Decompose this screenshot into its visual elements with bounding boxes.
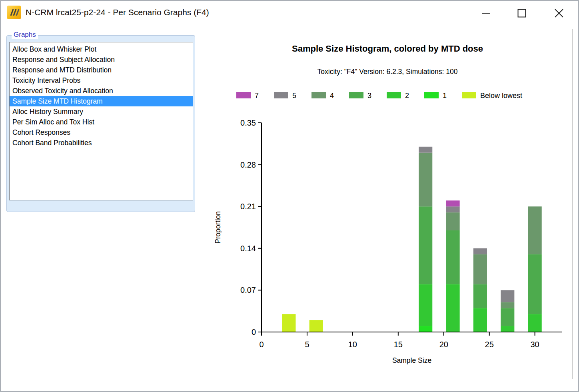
list-item[interactable]: Cohort Band Probabilities — [10, 138, 193, 148]
y-tick-label: 0.14 — [240, 244, 256, 253]
x-tick-label: 20 — [439, 340, 448, 349]
list-item[interactable]: Observed Toxicity and Allocation — [10, 86, 193, 96]
list-item[interactable]: Cohort Responses — [10, 127, 193, 138]
bar-segment-mtd-2 — [501, 326, 514, 332]
x-tick-label: 10 — [348, 340, 357, 349]
titlebar: N-CRM lrcat25-p2-24 - Per Scenario Graph… — [1, 1, 578, 26]
list-item[interactable]: Response and Subject Allocation — [10, 54, 193, 65]
bar-segment-mtd-2 — [473, 308, 487, 332]
bar-segment-mtd-7 — [446, 200, 459, 206]
bar-segment-mtd-3 — [528, 254, 542, 314]
bar-segment-mtd-2 — [446, 284, 459, 332]
sample-size-histogram-chart: Sample Size Histogram, colored by MTD do… — [201, 29, 573, 379]
x-tick-label: 30 — [531, 340, 539, 349]
bar-segment-mtd-below-lowest — [309, 320, 323, 332]
legend-swatch-4 — [311, 92, 326, 98]
legend-label: 7 — [255, 92, 259, 100]
legend-label: 3 — [367, 92, 371, 100]
bar-segment-mtd-5 — [419, 147, 432, 153]
legend-label: 1 — [443, 92, 447, 100]
x-tick-label: 0 — [259, 340, 264, 349]
y-tick-label: 0.28 — [240, 160, 256, 169]
legend-swatch-1 — [424, 92, 439, 98]
bar-segment-mtd-4 — [419, 153, 432, 206]
close-icon — [555, 9, 563, 18]
chart-title: Sample Size Histogram, colored by MTD do… — [292, 44, 483, 54]
legend-label: Below lowest — [480, 92, 522, 100]
bar-segment-mtd-4 — [501, 302, 514, 308]
bar-segment-mtd-4 — [528, 206, 542, 254]
y-tick-label: 0.35 — [240, 118, 256, 127]
bar-segment-mtd-5 — [473, 248, 487, 254]
bar-segment-mtd-5 — [501, 290, 514, 302]
legend-swatch-5 — [274, 92, 288, 98]
legend-swatch-7 — [236, 92, 251, 98]
y-axis-title: Proportion — [214, 211, 222, 244]
bar-segment-mtd-3 — [419, 206, 432, 284]
y-tick-label: 0.07 — [240, 286, 256, 294]
bar-segment-mtd-2 — [419, 284, 432, 326]
x-axis-title: Sample Size — [392, 356, 431, 364]
close-button[interactable] — [550, 4, 568, 22]
legend-swatch-3 — [349, 92, 363, 98]
list-item[interactable]: Response and MTD Distribution — [10, 65, 193, 75]
legend-swatch-below-lowest — [462, 92, 476, 98]
list-item[interactable]: Alloc History Summary — [10, 106, 193, 117]
legend-swatch-2 — [387, 92, 401, 98]
chart-panel: Sample Size Histogram, colored by MTD do… — [201, 29, 573, 379]
y-tick-label: 0 — [252, 328, 256, 336]
bar-segment-mtd-2 — [528, 314, 542, 332]
bar-segment-mtd-4 — [473, 254, 487, 284]
bar-segment-mtd-5 — [446, 206, 459, 212]
minimize-icon — [482, 12, 490, 14]
app-window: N-CRM lrcat25-p2-24 - Per Scenario Graph… — [0, 0, 579, 392]
legend-label: 2 — [405, 92, 409, 100]
legend-label: 5 — [292, 92, 296, 100]
window-title: N-CRM lrcat25-p2-24 - Per Scenario Graph… — [26, 8, 209, 17]
maximize-icon — [517, 9, 526, 18]
list-item[interactable]: Toxicity Interval Probs — [10, 75, 193, 86]
maximize-button[interactable] — [513, 4, 531, 22]
list-item[interactable]: Per Sim Alloc and Tox Hist — [10, 117, 193, 127]
minimize-button[interactable] — [477, 4, 495, 22]
graphs-group-label: Graphs — [12, 31, 38, 39]
chart-subtitle: Toxicity: "F4" Version: 6.2.3, Simulatio… — [317, 68, 458, 76]
list-item[interactable]: Sample Size MTD Histogram — [10, 96, 193, 106]
bar-segment-mtd-4 — [446, 212, 459, 230]
legend-label: 4 — [330, 92, 334, 100]
graphs-listbox[interactable]: Alloc Box and Whisker PlotResponse and S… — [9, 42, 193, 200]
graphs-groupbox: Graphs Alloc Box and Whisker PlotRespons… — [6, 35, 195, 212]
bar-segment-mtd-3 — [446, 230, 459, 284]
x-tick-label: 5 — [305, 340, 309, 349]
x-tick-label: 25 — [485, 340, 494, 349]
bar-segment-mtd-3 — [501, 308, 514, 326]
app-logo-slashes-icon — [7, 6, 21, 19]
bar-segment-mtd-3 — [473, 284, 487, 308]
app-icon — [7, 6, 21, 19]
x-tick-label: 15 — [394, 340, 403, 349]
list-item[interactable]: Alloc Box and Whisker Plot — [10, 44, 193, 54]
y-tick-label: 0.21 — [240, 202, 256, 211]
bar-segment-mtd-1 — [419, 326, 432, 332]
bar-segment-mtd-below-lowest — [282, 314, 295, 332]
